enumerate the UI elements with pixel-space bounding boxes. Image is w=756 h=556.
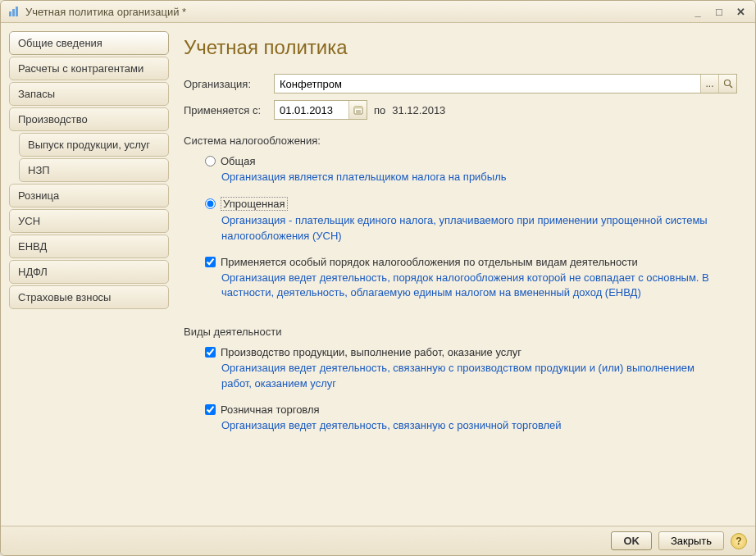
tax-simplified-radio-line: Упрощенная: [205, 197, 737, 211]
sidebar-item-label: УСН: [18, 215, 40, 227]
po-label: по: [374, 104, 385, 116]
sidebar-item-insurance[interactable]: Страховые взносы: [9, 285, 169, 309]
date-from-input[interactable]: [275, 101, 348, 119]
sidebar: Общие сведения Расчеты с контрагентами З…: [9, 31, 169, 519]
app-icon: [7, 5, 20, 18]
ok-button[interactable]: OK: [611, 531, 652, 550]
page-title: Учетная политика: [184, 36, 737, 59]
sidebar-item-ndfl[interactable]: НДФЛ: [9, 260, 169, 284]
titlebar: Учетная политика организаций * _ □ ✕: [1, 1, 755, 23]
tax-simplified-hint: Организация - плательщик единого налога,…: [221, 213, 713, 244]
sidebar-item-label: Запасы: [18, 88, 55, 100]
activity-retail-line: Розничная торговля: [205, 403, 737, 416]
date-to-value: 31.12.2013: [392, 104, 445, 116]
activity-retail-checkbox[interactable]: [205, 404, 216, 415]
sidebar-item-envd[interactable]: ЕНВД: [9, 235, 169, 258]
tax-general-radio-line: Общая: [205, 155, 737, 167]
tax-general-block: Общая Организация является плательщиком …: [205, 155, 737, 185]
tax-general-radio[interactable]: [205, 156, 216, 166]
date-row: Применяется с: по 31.12.2013: [184, 100, 737, 120]
activity-production-block: Производство продукции, выполнение работ…: [205, 346, 737, 392]
sidebar-item-label: Общие сведения: [18, 37, 102, 49]
sidebar-item-production[interactable]: Производство: [9, 107, 169, 131]
minimize-button[interactable]: _: [690, 4, 706, 19]
org-search-button[interactable]: [718, 75, 736, 93]
tax-special-checkbox[interactable]: [205, 257, 216, 267]
svg-line-4: [730, 85, 732, 88]
calendar-button[interactable]: [348, 101, 367, 119]
window: Учетная политика организаций * _ □ ✕ Общ…: [0, 0, 756, 556]
org-input-wrap: ...: [274, 74, 737, 93]
sidebar-item-label: Розница: [18, 189, 59, 202]
sidebar-item-output[interactable]: Выпуск продукции, услуг: [19, 133, 169, 157]
footer: OK Закрыть ?: [1, 526, 755, 555]
maximize-button[interactable]: □: [711, 4, 727, 19]
window-title: Учетная политика организаций *: [25, 6, 690, 18]
tax-special-label[interactable]: Применяется особый порядок налогообложен…: [221, 256, 638, 268]
sidebar-item-label: НДФЛ: [18, 266, 48, 278]
sidebar-item-general[interactable]: Общие сведения: [9, 31, 169, 55]
svg-rect-6: [354, 107, 362, 109]
sidebar-item-label: ЕНВД: [18, 240, 47, 253]
org-label: Организация:: [184, 78, 274, 90]
svg-point-3: [724, 80, 730, 86]
activity-production-line: Производство продукции, выполнение работ…: [205, 346, 737, 358]
svg-rect-2: [16, 7, 18, 16]
date-input-wrap: [274, 100, 367, 120]
sidebar-item-label: Выпуск продукции, услуг: [28, 139, 150, 151]
tax-general-hint: Организация является плательщиком налога…: [221, 170, 713, 185]
tax-simplified-radio[interactable]: [205, 198, 216, 209]
tax-special-block: Применяется особый порядок налогообложен…: [205, 256, 737, 302]
window-controls: _ □ ✕: [690, 4, 749, 19]
help-button[interactable]: ?: [731, 533, 747, 549]
sidebar-item-settlements[interactable]: Расчеты с контрагентами: [9, 57, 169, 80]
sidebar-item-inventory[interactable]: Запасы: [9, 82, 169, 106]
activities-section-label: Виды деятельности: [184, 326, 737, 338]
activity-retail-label[interactable]: Розничная торговля: [221, 403, 320, 416]
close-button[interactable]: Закрыть: [658, 531, 724, 550]
sidebar-item-retail[interactable]: Розница: [9, 184, 169, 207]
activity-production-checkbox[interactable]: [205, 347, 216, 358]
activity-production-label[interactable]: Производство продукции, выполнение работ…: [221, 346, 521, 358]
sidebar-item-label: НЗП: [28, 164, 50, 176]
sidebar-item-label: Расчеты с контрагентами: [18, 62, 143, 75]
sidebar-item-label: Производство: [18, 113, 88, 125]
tax-general-label[interactable]: Общая: [221, 155, 256, 167]
tax-simplified-label[interactable]: Упрощенная: [221, 197, 288, 211]
org-input[interactable]: [275, 75, 700, 93]
tax-simplified-block: Упрощенная Организация - плательщик един…: [205, 197, 737, 244]
activity-production-hint: Организация ведет деятельность, связанну…: [221, 361, 713, 392]
close-window-button[interactable]: ✕: [732, 4, 749, 19]
date-label: Применяется с:: [184, 104, 274, 116]
activity-retail-block: Розничная торговля Организация ведет дея…: [205, 403, 737, 434]
tax-section-label: Система налогообложения:: [184, 134, 737, 147]
tax-special-hint: Организация ведет деятельность, порядок …: [221, 271, 713, 302]
content: Учетная политика Организация: ... Примен…: [169, 31, 747, 519]
svg-rect-1: [12, 9, 15, 16]
sidebar-item-wip[interactable]: НЗП: [19, 158, 169, 182]
svg-rect-0: [9, 11, 11, 16]
activity-retail-hint: Организация ведет деятельность, связанну…: [221, 418, 713, 434]
sidebar-item-label: Страховые взносы: [18, 291, 111, 303]
body: Общие сведения Расчеты с контрагентами З…: [1, 23, 755, 526]
sidebar-item-usn[interactable]: УСН: [9, 209, 169, 233]
org-select-button[interactable]: ...: [700, 75, 718, 93]
tax-special-check-line: Применяется особый порядок налогообложен…: [205, 256, 737, 268]
org-row: Организация: ...: [184, 74, 737, 93]
